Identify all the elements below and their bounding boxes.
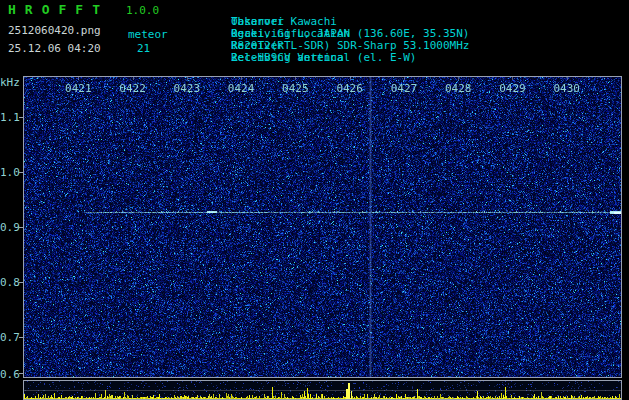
y-tick-label: 0.6 (0, 368, 19, 381)
y-tick-label: 1.0 (0, 166, 19, 179)
x-tick-label: 0425 (282, 82, 309, 95)
spectrogram-plot: 0421 0422 0423 0424 0425 0426 0427 0428 … (23, 76, 622, 378)
x-tick-label: 0424 (228, 82, 255, 95)
y-tick-label: 0.8 (0, 276, 19, 289)
x-tick-label: 0428 (445, 82, 472, 95)
output-filename: 2512060420.png (8, 24, 101, 37)
event-count: 21 (137, 42, 150, 55)
x-tick-label: 0429 (499, 82, 526, 95)
y-tick-label: 0.9 (0, 221, 19, 234)
x-tick-label: 0426 (336, 82, 363, 95)
y-axis-unit: kHz (0, 76, 19, 89)
x-tick-label: 0430 (553, 82, 580, 95)
signal-level-canvas (24, 381, 621, 399)
app-version: 1.0.0 (126, 4, 159, 17)
timestamp: 25.12.06 04:20 (8, 42, 101, 55)
y-tick-label: 0.7 (0, 331, 19, 344)
x-tick-label: 0423 (174, 82, 201, 95)
info-value: 2el-HB9CV Vertical (el. E-W) (231, 52, 416, 64)
hrofft-window: HROFFT 1.0.0 2512060420.png meteor 25.12… (0, 0, 629, 400)
info-row: Observer:Takanori Kawachi (178, 4, 231, 16)
signal-level-strip (23, 380, 622, 400)
y-tick-label: 1.1 (0, 111, 19, 124)
app-title: HROFFT (8, 2, 109, 17)
station-info: Observer:Takanori Kawachi Receiving Loca… (178, 4, 231, 52)
spectrogram-canvas (24, 77, 621, 377)
mode-label: meteor (128, 28, 168, 41)
x-tick-label: 0427 (391, 82, 418, 95)
x-tick-label: 0422 (119, 82, 146, 95)
x-tick-label: 0421 (65, 82, 92, 95)
